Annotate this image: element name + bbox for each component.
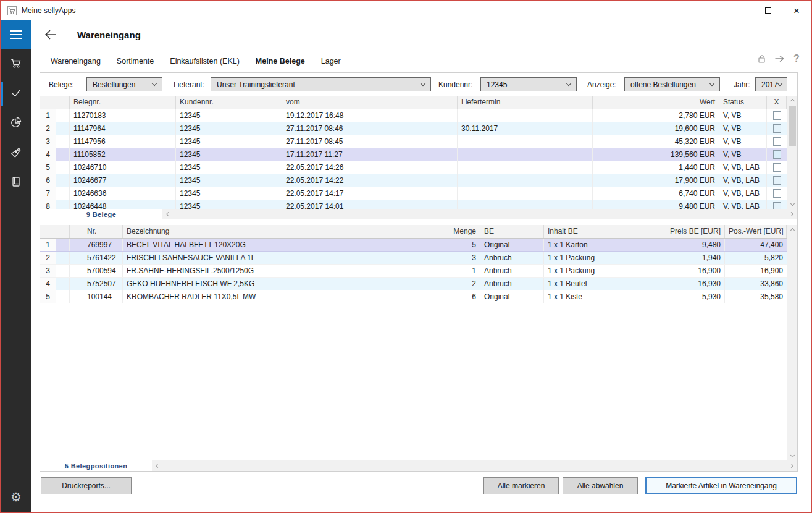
tab-toolbar: ? bbox=[756, 53, 802, 64]
col-menge[interactable]: Menge bbox=[446, 225, 480, 238]
forward-button[interactable] bbox=[774, 53, 785, 64]
order-row[interactable]: 7102466361234522.05.2017 14:176,740 EURV… bbox=[40, 187, 787, 200]
position-row[interactable]: 25761422FRISCHLI SAHNESAUCE VANILLA 1L3A… bbox=[40, 252, 787, 265]
app-icon bbox=[7, 6, 17, 15]
kundennr-label: Kundennr: bbox=[438, 80, 480, 89]
order-row[interactable]: 8102464481234522.05.2017 14:019,480 EURV… bbox=[40, 200, 787, 209]
col-preis-be[interactable]: Preis BE [EUR] bbox=[663, 225, 725, 238]
order-row[interactable]: 4111058521234517.11.2017 11:27139,560 EU… bbox=[40, 148, 787, 161]
order-row[interactable]: 3111479561234527.11.2017 08:4545,320 EUR… bbox=[40, 135, 787, 148]
maximize-icon bbox=[765, 7, 771, 14]
col-bezeichnung[interactable]: Bezeichnung bbox=[123, 225, 446, 238]
order-row[interactable]: 5102467101234522.05.2017 14:261,440 EURV… bbox=[40, 161, 787, 174]
position-row[interactable]: 5100144KROMBACHER RADLER 11X0,5L MW6Orig… bbox=[40, 290, 787, 303]
positions-vertical-scrollbar[interactable] bbox=[787, 225, 797, 460]
row-checkbox[interactable] bbox=[773, 150, 781, 159]
check-icon bbox=[9, 86, 23, 102]
scroll-right-icon bbox=[789, 464, 793, 468]
bezeichnung-cell: FR.SAHNE-HERINGSFIL.2500/1250G bbox=[123, 265, 446, 277]
tab-sortimente[interactable]: Sortimente bbox=[117, 57, 154, 66]
position-row[interactable]: 35700594FR.SAHNE-HERINGSFIL.2500/1250G1A… bbox=[40, 265, 787, 278]
markierte-artikel-button[interactable]: Markierte Artikel in Wareneingang bbox=[645, 477, 797, 494]
sidebar-item-settings[interactable]: ⚙ bbox=[1, 482, 31, 512]
row-number: 1 bbox=[40, 239, 56, 251]
col-be[interactable]: BE bbox=[480, 225, 544, 238]
lieferant-dropdown[interactable]: Unser Trainingslieferant bbox=[211, 77, 431, 91]
maximize-button[interactable] bbox=[754, 1, 782, 20]
status-cell: V, VB bbox=[719, 148, 767, 161]
anzeige-label: Anzeige: bbox=[587, 80, 624, 89]
orders-horizontal-scrollbar[interactable] bbox=[162, 209, 797, 219]
unlock-button[interactable] bbox=[756, 53, 768, 64]
bezeichnung-cell: FRISCHLI SAHNESAUCE VANILLA 1L bbox=[123, 252, 446, 264]
position-row[interactable]: 45752507GEKO HUEHNERFLEISCH WF 2,5KG2Anb… bbox=[40, 278, 787, 290]
help-button[interactable]: ? bbox=[791, 53, 802, 64]
order-row[interactable]: 2111479641234527.11.2017 08:4630.11.2017… bbox=[40, 122, 787, 135]
position-row[interactable]: 1769997BECEL VITAL HALBFETT 120X20G5Orig… bbox=[40, 239, 787, 252]
belegnr-cell: 11147964 bbox=[70, 122, 176, 135]
col-vom[interactable]: vom bbox=[282, 96, 458, 109]
col-wert[interactable]: Wert bbox=[593, 96, 719, 109]
tab-einkaufslisten[interactable]: Einkaufslisten (EKL) bbox=[170, 57, 240, 66]
liefertermin-cell bbox=[458, 187, 593, 200]
col-inhalt-be[interactable]: Inhalt BE bbox=[544, 225, 663, 238]
tab-lager[interactable]: Lager bbox=[321, 57, 341, 66]
preis-be-cell: 16,900 bbox=[663, 265, 725, 277]
artikelnr-cell: 5752507 bbox=[83, 278, 123, 290]
sidebar-item-reports[interactable] bbox=[1, 109, 31, 138]
positions-horizontal-scrollbar[interactable] bbox=[152, 460, 797, 471]
row-checkbox[interactable] bbox=[773, 124, 781, 133]
alle-abwaehlen-button[interactable]: Alle abwählen bbox=[563, 477, 638, 494]
druckreports-button[interactable]: Druckreports... bbox=[41, 477, 132, 494]
col-belegnr[interactable]: Belegnr. bbox=[70, 96, 176, 109]
orders-vertical-scrollbar[interactable] bbox=[787, 96, 797, 209]
col-nr[interactable]: Nr. bbox=[83, 225, 123, 238]
sidebar-item-offers[interactable] bbox=[1, 138, 31, 168]
row-checkbox[interactable] bbox=[773, 163, 781, 172]
be-cell: Anbruch bbox=[480, 278, 544, 290]
chevron-down-icon bbox=[421, 81, 425, 86]
tab-meine-belege[interactable]: Meine Belege bbox=[256, 57, 305, 66]
jahr-dropdown[interactable]: 2017 bbox=[755, 77, 787, 91]
menge-cell: 3 bbox=[446, 252, 480, 264]
vom-cell: 22.05.2017 14:17 bbox=[282, 187, 458, 200]
order-row[interactable]: 6102466771234522.05.2017 14:2217,900 EUR… bbox=[40, 174, 787, 187]
sidebar-item-catalog[interactable] bbox=[1, 168, 31, 198]
row-checkbox[interactable] bbox=[773, 176, 781, 185]
minimize-icon bbox=[737, 11, 743, 11]
pos-wert-cell: 5,820 bbox=[725, 252, 787, 264]
order-row[interactable]: 1112701831234519.12.2017 16:482,780 EURV… bbox=[40, 109, 787, 122]
tab-wareneingang[interactable]: Wareneingang bbox=[51, 57, 101, 66]
row-spacer bbox=[56, 135, 70, 148]
close-button[interactable]: × bbox=[782, 1, 811, 20]
row-checkbox[interactable] bbox=[773, 137, 781, 146]
col-pos-wert[interactable]: Pos.-Wert [EUR] bbox=[725, 225, 787, 238]
alle-markieren-button[interactable]: Alle markieren bbox=[483, 477, 559, 494]
chevron-down-icon bbox=[709, 81, 714, 86]
col-liefertermin[interactable]: Liefertermin bbox=[458, 96, 593, 109]
col-kundennr[interactable]: Kundennr. bbox=[176, 96, 282, 109]
scroll-down-icon bbox=[790, 453, 794, 457]
scroll-thumb[interactable] bbox=[789, 106, 796, 146]
row-checkbox[interactable] bbox=[773, 202, 781, 209]
row-checkbox[interactable] bbox=[773, 111, 781, 120]
action-bar: Druckreports... Alle markieren Alle abwä… bbox=[41, 477, 797, 494]
hamburger-menu-button[interactable] bbox=[1, 20, 31, 49]
minimize-button[interactable] bbox=[726, 1, 754, 20]
sidebar-item-tasks[interactable] bbox=[1, 79, 31, 109]
col-status[interactable]: Status bbox=[719, 96, 767, 109]
back-button[interactable] bbox=[43, 28, 58, 41]
anzeige-dropdown[interactable]: offene Bestellungen bbox=[624, 77, 720, 91]
kundennr-dropdown[interactable]: 12345 bbox=[480, 77, 577, 91]
row-number: 4 bbox=[40, 278, 56, 290]
sidebar-item-cart[interactable] bbox=[1, 49, 31, 79]
row-checkbox[interactable] bbox=[773, 189, 781, 198]
col-x[interactable]: X bbox=[767, 96, 787, 109]
vom-cell: 19.12.2017 16:48 bbox=[282, 109, 458, 122]
pos-wert-cell: 33,860 bbox=[725, 278, 787, 290]
row-spacer bbox=[56, 252, 70, 264]
belege-dropdown[interactable]: Bestellungen bbox=[86, 77, 162, 91]
pos-wert-cell: 35,580 bbox=[725, 290, 787, 303]
wert-cell: 19,600 EUR bbox=[593, 122, 719, 135]
chevron-down-icon bbox=[566, 81, 571, 86]
